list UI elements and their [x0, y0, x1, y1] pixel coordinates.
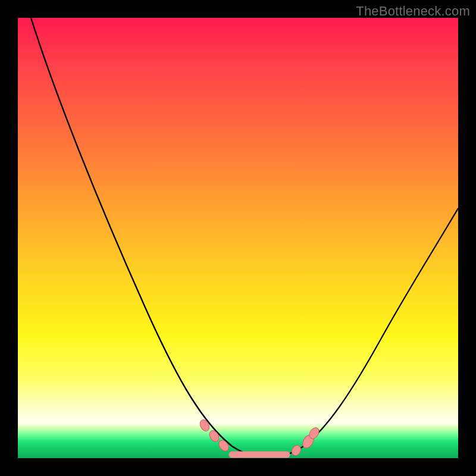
- svg-point-1: [208, 429, 221, 443]
- svg-point-2: [217, 439, 230, 453]
- chart-svg: [18, 18, 458, 458]
- svg-point-3: [290, 444, 302, 458]
- outer-frame: TheBottleneck.com: [0, 0, 476, 476]
- curve-left-path: [31, 18, 262, 457]
- svg-point-0: [198, 418, 211, 433]
- plot-area: [18, 18, 458, 458]
- curve-right-path: [262, 208, 458, 457]
- marker-group: [198, 418, 321, 457]
- watermark-text: TheBottleneck.com: [356, 4, 470, 19]
